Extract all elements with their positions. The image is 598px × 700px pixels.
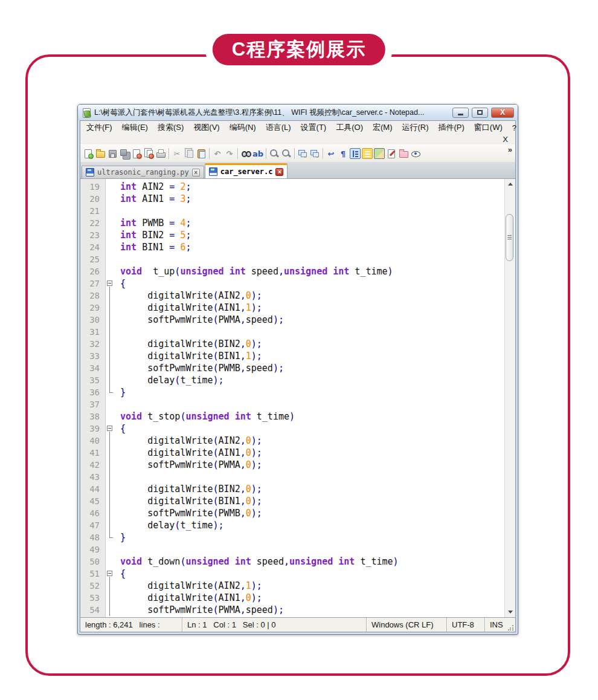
view-eye-icon[interactable] <box>410 148 421 159</box>
show-all-characters-icon[interactable]: ¶ <box>338 148 349 159</box>
line-number: 54 <box>80 604 105 616</box>
document-monitor-icon[interactable] <box>386 148 397 159</box>
line-number: 33 <box>80 350 105 362</box>
code-line: 35 delay(t_time); <box>80 374 504 386</box>
menubar-close-icon[interactable]: X <box>503 135 508 144</box>
print-icon[interactable] <box>155 148 166 159</box>
line-number: 43 <box>80 471 105 483</box>
minimize-button[interactable] <box>452 108 469 118</box>
code-line: 40 digitalWrite(AIN2,0); <box>80 435 504 447</box>
close-file-icon[interactable] <box>131 148 142 159</box>
code-line: 43 <box>80 471 504 483</box>
saved-file-icon <box>209 167 217 176</box>
banner-pill: C程序案例展示 <box>213 34 385 65</box>
cut-icon[interactable]: ✂ <box>172 148 182 159</box>
new-file-icon[interactable] <box>83 148 94 159</box>
code-line: 50 void t_down(unsigned int speed,unsign… <box>80 556 504 568</box>
menu-item-4[interactable]: 编码(N) <box>225 121 261 134</box>
menu-item-5[interactable]: 语言(L) <box>261 121 296 134</box>
code-line: 54 softPwmWrite(PWMA,speed); <box>80 604 504 616</box>
code-line: 45 digitalWrite(BIN1,0); <box>80 495 504 507</box>
menu-item-0[interactable]: 文件(F) <box>82 121 117 134</box>
document-map-icon[interactable] <box>374 148 385 159</box>
tab-ultrasonic-ranging-py[interactable]: ultrasonic_ranging.py× <box>82 166 204 178</box>
line-number: 23 <box>80 229 105 241</box>
word-wrap-icon[interactable]: ↩ <box>326 148 336 159</box>
open-file-icon[interactable] <box>95 148 106 159</box>
zoom-in-icon[interactable] <box>269 148 280 159</box>
vertical-scrollbar[interactable] <box>504 179 515 617</box>
replace-icon[interactable]: ab <box>252 148 263 159</box>
line-number: 48 <box>80 531 105 543</box>
scrollbar-thumb[interactable] <box>506 214 513 261</box>
code-text: softPwmWrite(PWMA,speed); <box>115 604 504 616</box>
menu-item-3[interactable]: 视图(V) <box>188 121 224 134</box>
close-button[interactable]: X <box>491 108 514 118</box>
fold-marker[interactable] <box>105 277 115 290</box>
save-icon[interactable] <box>107 148 118 159</box>
zoom-out-icon[interactable] <box>281 148 292 159</box>
save-all-icon[interactable] <box>119 148 130 159</box>
line-number: 50 <box>80 556 105 568</box>
tab-car-server-c[interactable]: car_server.c× <box>205 163 288 178</box>
resize-grip[interactable] <box>508 624 514 630</box>
paste-icon[interactable] <box>196 148 207 159</box>
code-line: 42 softPwmWrite(PWMA,0); <box>80 459 504 471</box>
menu-item-1[interactable]: 编辑(E) <box>117 121 153 134</box>
find-icon[interactable] <box>240 148 251 159</box>
folder-as-workspace-icon[interactable] <box>398 148 409 159</box>
menu-item-8[interactable]: 宏(M) <box>368 121 397 134</box>
scroll-up-arrow-icon[interactable] <box>505 179 515 189</box>
tab-close-icon[interactable]: × <box>192 169 200 177</box>
line-number: 45 <box>80 495 105 507</box>
indent-guide-icon[interactable] <box>350 148 361 159</box>
fold-marker <box>105 580 115 592</box>
code-text: delay(t_time); <box>115 519 504 531</box>
close-all-icon[interactable] <box>143 148 154 159</box>
code-text: softPwmWrite(PWMB,0); <box>115 507 504 519</box>
toolbar-separator <box>209 148 210 159</box>
code-text: digitalWrite(AIN1,1); <box>115 302 504 314</box>
menu-item-10[interactable]: 插件(P) <box>434 121 469 134</box>
toolbar-overflow-chevron[interactable]: » <box>508 145 512 154</box>
code-text: digitalWrite(AIN2,0); <box>115 290 504 302</box>
tab-bar: ultrasonic_ranging.py×car_server.c× <box>80 163 515 179</box>
window-titlebar[interactable]: L:\树莓派入门套件\树莓派机器人光盘整理\3.程序案例\11、 WIFI 视频… <box>78 105 518 120</box>
line-number: 38 <box>80 410 105 423</box>
fold-marker[interactable] <box>105 423 115 435</box>
menu-item-11[interactable]: 窗口(W) <box>469 121 507 134</box>
code-view[interactable]: 19 int AIN2 = 2;20 int AIN1 = 3;2122 int… <box>80 179 504 617</box>
undo-icon[interactable]: ↶ <box>212 148 223 159</box>
fold-marker <box>105 483 115 495</box>
fold-marker[interactable] <box>105 568 115 580</box>
menu-item-12[interactable]: ? <box>507 122 521 134</box>
sync-vertical-scroll-icon[interactable] <box>297 148 308 159</box>
minimize-icon <box>458 114 463 115</box>
code-line: 21 <box>80 205 504 217</box>
page-canvas: C程序案例展示 L:\树莓派入门套件\树莓派机器人光盘整理\3.程序案例\11、… <box>0 0 598 700</box>
code-text <box>115 253 504 265</box>
tab-close-icon[interactable]: × <box>275 168 283 176</box>
sync-horizontal-scroll-icon[interactable] <box>309 148 320 159</box>
scroll-down-arrow-icon[interactable] <box>505 607 515 617</box>
fold-margin <box>105 181 115 193</box>
menu-item-2[interactable]: 搜索(S) <box>153 121 188 134</box>
code-line: 26 void t_up(unsigned int speed,unsigned… <box>80 265 504 277</box>
function-list-icon[interactable] <box>362 148 373 159</box>
code-text: int AIN2 = 2; <box>115 181 504 193</box>
toolbar-separator <box>266 148 266 159</box>
status-eol-format: Windows (CR LF) <box>367 620 446 629</box>
code-text: softPwmWrite(PWMA,speed); <box>115 314 504 326</box>
redo-icon[interactable]: ↷ <box>224 148 235 159</box>
menu-item-9[interactable]: 运行(R) <box>397 121 433 134</box>
code-text: int PWMB = 4; <box>115 217 504 229</box>
copy-icon[interactable] <box>184 148 195 159</box>
line-number: 36 <box>80 386 105 398</box>
maximize-button[interactable] <box>472 108 488 118</box>
code-text: digitalWrite(AIN2,1); <box>115 580 504 592</box>
menu-item-6[interactable]: 设置(T) <box>296 121 332 134</box>
menu-item-7[interactable]: 工具(O) <box>331 121 368 134</box>
code-text: digitalWrite(BIN2,0); <box>115 483 504 495</box>
line-number: 19 <box>80 181 105 193</box>
code-text: int BIN1 = 6; <box>115 241 504 253</box>
